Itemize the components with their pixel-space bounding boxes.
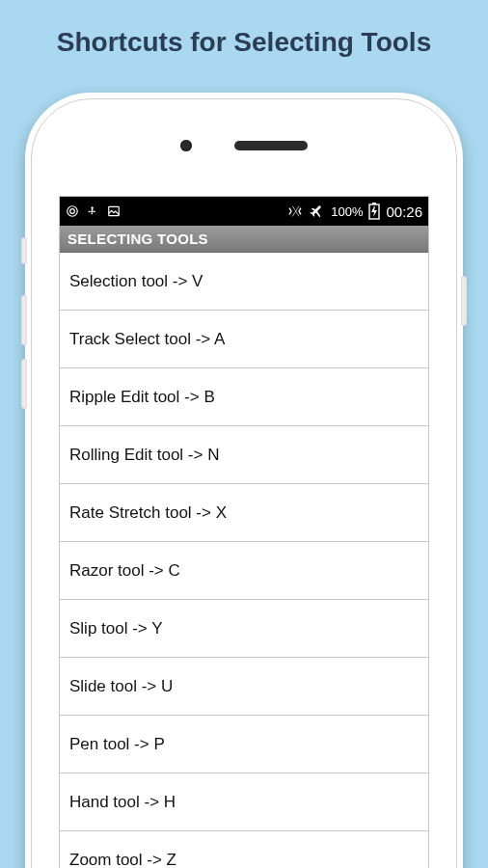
list-item[interactable]: Selection tool -> V: [60, 253, 428, 311]
svg-point-0: [68, 206, 78, 217]
list-item-label: Slip tool -> Y: [69, 619, 163, 638]
earpiece-speaker-icon: [234, 141, 308, 150]
usb-icon: [87, 203, 98, 219]
phone-screen: 100% 00:26 SELECTING TOOLS Selection too…: [59, 196, 429, 868]
battery-charging-icon: [368, 203, 380, 220]
list-item[interactable]: Rolling Edit tool -> N: [60, 426, 428, 484]
list-item-label: Selection tool -> V: [69, 272, 203, 291]
list-item[interactable]: Track Select tool -> A: [60, 311, 428, 368]
mute-switch: [21, 237, 27, 264]
front-camera-icon: [180, 140, 192, 151]
statusbar: 100% 00:26: [60, 197, 428, 226]
list-item-label: Ripple Edit tool -> B: [69, 388, 215, 407]
list-item-label: Pen tool -> P: [69, 735, 165, 754]
picture-icon: [106, 204, 122, 218]
list-item[interactable]: Slip tool -> Y: [60, 600, 428, 658]
volume-down-button: [21, 359, 27, 409]
power-button: [461, 276, 467, 326]
svg-rect-4: [372, 203, 376, 204]
phone-top-hardware: [32, 99, 456, 192]
list-item-label: Hand tool -> H: [69, 793, 176, 812]
list-item-label: Rolling Edit tool -> N: [69, 446, 219, 465]
list-item[interactable]: Ripple Edit tool -> B: [60, 368, 428, 426]
list-item[interactable]: Slide tool -> U: [60, 658, 428, 716]
list-item-label: Track Select tool -> A: [69, 330, 225, 349]
list-item[interactable]: Rate Stretch tool -> X: [60, 484, 428, 542]
shortcut-list[interactable]: Selection tool -> V Track Select tool ->…: [60, 253, 428, 868]
vibrate-icon: [286, 203, 304, 219]
page-title: Shortcuts for Selecting Tools: [0, 0, 488, 81]
airplane-icon: [310, 203, 325, 219]
clock: 00:26: [386, 203, 422, 220]
list-item-label: Zoom tool -> Z: [69, 851, 176, 869]
app-header: SELECTING TOOLS: [60, 226, 428, 253]
list-item[interactable]: Zoom tool -> Z: [60, 831, 428, 868]
list-item-label: Razor tool -> C: [69, 561, 180, 581]
volume-up-button: [21, 295, 27, 345]
list-item-label: Rate Stretch tool -> X: [69, 503, 227, 523]
list-item[interactable]: Pen tool -> P: [60, 716, 428, 773]
svg-point-1: [70, 209, 75, 214]
battery-percent: 100%: [331, 204, 363, 219]
sync-icon: [66, 204, 79, 218]
list-item[interactable]: Hand tool -> H: [60, 773, 428, 831]
list-item-label: Slide tool -> U: [69, 677, 173, 696]
phone-inner: 100% 00:26 SELECTING TOOLS Selection too…: [31, 98, 457, 868]
phone-frame: 100% 00:26 SELECTING TOOLS Selection too…: [25, 93, 463, 868]
list-item[interactable]: Razor tool -> C: [60, 542, 428, 600]
